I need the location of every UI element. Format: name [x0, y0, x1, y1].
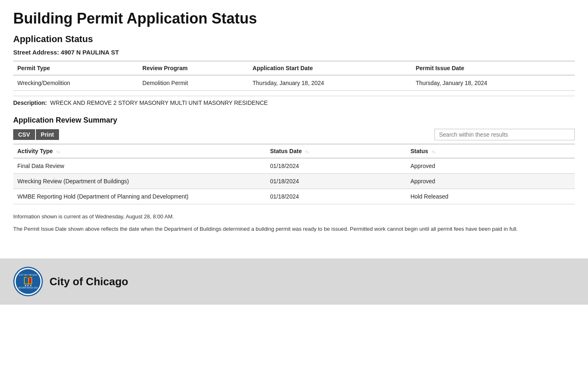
print-button[interactable]: Print [36, 129, 59, 140]
footer: CITY OF CHICAGO INCORPORATED 1837 ★ ★ ★ … [0, 258, 588, 305]
review-cell-status: Approved [406, 158, 575, 174]
footer-city-name: City of Chicago [50, 275, 128, 288]
review-summary-title: Application Review Summary [13, 116, 575, 125]
toolbar-left: CSV Print [13, 129, 59, 140]
svg-rect-6 [25, 278, 28, 284]
status-date-sort-icon[interactable]: ↑↓ [305, 149, 309, 154]
csv-button[interactable]: CSV [13, 129, 35, 140]
city-seal: CITY OF CHICAGO INCORPORATED 1837 ★ ★ ★ [13, 267, 43, 296]
col-header-status-date[interactable]: Status Date ↑↓ [266, 144, 406, 158]
col-header-activity-type[interactable]: Activity Type ↑↓ [13, 144, 266, 158]
section-title: Application Status [13, 34, 575, 45]
review-cell-activity_type: Final Data Review [13, 158, 266, 174]
col-header-app-start-date: Application Start Date [248, 61, 411, 75]
street-address: Street Address: 4907 N PAULINA ST [13, 49, 575, 56]
permit-cell-review_program: Demolition Permit [138, 75, 248, 91]
info-text-1: Information shown is current as of Wedne… [13, 213, 575, 221]
description-row: Description: WRECK AND REMOVE 2 STORY MA… [13, 96, 575, 109]
review-cell-status_date: 01/18/2024 [266, 189, 406, 204]
col-header-status[interactable]: Status ↑↓ [406, 144, 575, 158]
review-table-row: WMBE Reporting Hold (Department of Plann… [13, 189, 575, 204]
svg-point-8 [26, 275, 30, 278]
info-text-2: The Permit Issue Date shown above reflec… [13, 225, 575, 233]
col-header-permit-issue-date: Permit Issue Date [412, 61, 575, 75]
description-label: Description: [13, 99, 47, 106]
activity-type-sort-icon[interactable]: ↑↓ [56, 149, 60, 154]
svg-text:★ ★ ★: ★ ★ ★ [24, 284, 32, 287]
permit-cell-application_start_date: Thursday, January 18, 2024 [248, 75, 411, 91]
search-input[interactable] [435, 129, 575, 140]
street-address-value: 4907 N PAULINA ST [61, 49, 119, 56]
review-table-row: Final Data Review01/18/2024Approved [13, 158, 575, 174]
svg-text:INCORPORATED 1837: INCORPORATED 1837 [18, 287, 38, 289]
svg-rect-7 [29, 278, 31, 284]
col-header-permit-type: Permit Type [13, 61, 138, 75]
review-cell-status: Hold Released [406, 189, 575, 204]
review-cell-status_date: 01/18/2024 [266, 158, 406, 174]
page-title: Building Permit Application Status [13, 10, 575, 27]
permit-table-row: Wrecking/DemolitionDemolition PermitThur… [13, 75, 575, 91]
review-cell-activity_type: Wrecking Review (Department of Buildings… [13, 174, 266, 189]
review-cell-status: Approved [406, 174, 575, 189]
permit-table: Permit Type Review Program Application S… [13, 61, 575, 91]
review-summary-table: Activity Type ↑↓ Status Date ↑↓ Status ↑… [13, 144, 575, 204]
review-cell-status_date: 01/18/2024 [266, 174, 406, 189]
col-header-review-program: Review Program [138, 61, 248, 75]
review-table-row: Wrecking Review (Department of Buildings… [13, 174, 575, 189]
review-cell-activity_type: WMBE Reporting Hold (Department of Plann… [13, 189, 266, 204]
permit-cell-permit_type: Wrecking/Demolition [13, 75, 138, 91]
status-sort-icon[interactable]: ↑↓ [431, 149, 435, 154]
permit-cell-permit_issue_date: Thursday, January 18, 2024 [412, 75, 575, 91]
street-address-label: Street Address: [13, 49, 59, 56]
description-text: WRECK AND REMOVE 2 STORY MASONRY MULTI U… [50, 99, 267, 106]
toolbar: CSV Print [13, 129, 575, 140]
